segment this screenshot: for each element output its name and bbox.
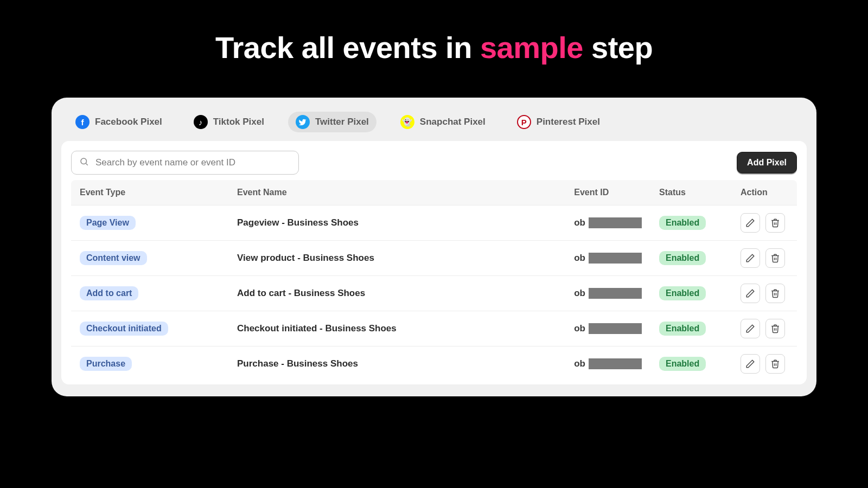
row-actions [741,319,788,338]
row-actions [741,354,788,374]
search-box[interactable] [71,151,299,175]
events-table: Event Type Event Name Event ID Status Ac… [71,180,797,381]
pencil-icon [745,253,755,263]
headline-accent: sample [480,30,583,65]
delete-button[interactable] [765,213,785,233]
trash-icon [770,218,780,228]
col-header-name: Event Name [228,180,565,206]
tiktok-icon: ♪ [194,115,208,129]
facebook-icon: f [75,115,90,129]
event-type-chip: Checkout initiated [80,322,168,336]
snapchat-icon: 👻 [400,115,414,129]
trash-icon [770,253,780,263]
event-id-mask [589,253,642,264]
delete-button[interactable] [765,319,785,338]
trash-icon [770,359,780,369]
event-type-chip: Add to cart [80,286,138,300]
event-id-cell: ob [574,358,642,369]
add-pixel-button[interactable]: Add Pixel [737,152,797,174]
table-row: Content viewView product - Business Shoe… [71,241,797,276]
status-badge: Enabled [659,251,706,265]
event-name-cell: Checkout initiated - Business Shoes [228,311,565,346]
table-row: Checkout initiatedCheckout initiated - B… [71,311,797,346]
edit-button[interactable] [741,354,760,374]
edit-button[interactable] [741,248,760,268]
table-row: Add to cartAdd to cart - Business Shoeso… [71,276,797,311]
search-icon [79,157,89,169]
col-header-status: Status [650,180,732,206]
event-id-prefix: ob [574,358,585,369]
twitter-icon [296,115,310,129]
event-id-mask [589,358,642,369]
col-header-action: Action [732,180,797,206]
trash-icon [770,288,780,298]
delete-button[interactable] [765,354,785,374]
tab-snapchat-pixel[interactable]: 👻 Snapchat Pixel [393,112,493,132]
pencil-icon [745,324,755,333]
edit-button[interactable] [741,213,760,233]
col-header-type: Event Type [71,180,228,206]
pixel-tabs: f Facebook Pixel ♪ Tiktok Pixel Twitter … [61,108,807,141]
event-name-cell: Purchase - Business Shoes [228,346,565,382]
status-badge: Enabled [659,322,706,336]
headline-post: step [583,30,653,65]
tab-tiktok-pixel[interactable]: ♪ Tiktok Pixel [186,112,272,132]
svg-line-1 [86,163,87,165]
row-actions [741,284,788,303]
event-id-cell: ob [574,217,642,228]
tab-pinterest-pixel[interactable]: P Pinterest Pixel [509,112,608,132]
table-row: Page ViewPageview - Business ShoesobEnab… [71,206,797,241]
event-name-cell: Add to cart - Business Shoes [228,276,565,311]
edit-button[interactable] [741,284,760,303]
events-card: Add Pixel Event Type Event Name Event ID… [61,141,807,384]
delete-button[interactable] [765,248,785,268]
event-id-mask [589,323,642,334]
tab-facebook-pixel[interactable]: f Facebook Pixel [68,112,170,132]
pinterest-icon: P [517,115,531,129]
event-type-chip: Content view [80,251,147,265]
card-topbar: Add Pixel [71,151,797,175]
status-badge: Enabled [659,357,706,371]
row-actions [741,248,788,268]
event-id-prefix: ob [574,323,585,334]
pencil-icon [745,218,755,228]
event-id-mask [589,217,642,228]
event-id-cell: ob [574,323,642,334]
event-name-cell: Pageview - Business Shoes [228,206,565,241]
delete-button[interactable] [765,284,785,303]
tab-twitter-pixel[interactable]: Twitter Pixel [288,112,376,132]
status-badge: Enabled [659,286,706,300]
page-headline: Track all events in sample step [0,0,868,65]
tab-label: Pinterest Pixel [537,117,600,127]
pencil-icon [745,288,755,298]
col-header-id: Event ID [565,180,650,206]
event-id-prefix: ob [574,288,585,299]
status-badge: Enabled [659,216,706,230]
event-id-cell: ob [574,288,642,299]
event-id-cell: ob [574,253,642,264]
app-panel: f Facebook Pixel ♪ Tiktok Pixel Twitter … [52,98,816,396]
event-name-cell: View product - Business Shoes [228,241,565,276]
pencil-icon [745,359,755,369]
event-id-prefix: ob [574,253,585,264]
event-type-chip: Page View [80,216,136,230]
svg-point-0 [81,158,87,164]
tab-label: Facebook Pixel [95,117,162,127]
tab-label: Twitter Pixel [315,117,369,127]
event-type-chip: Purchase [80,357,132,371]
table-row: PurchasePurchase - Business ShoesobEnabl… [71,346,797,382]
trash-icon [770,324,780,333]
event-id-prefix: ob [574,217,585,228]
row-actions [741,213,788,233]
event-id-mask [589,288,642,299]
edit-button[interactable] [741,319,760,338]
search-input[interactable] [95,157,291,168]
tab-label: Snapchat Pixel [420,117,486,127]
headline-pre: Track all events in [215,30,480,65]
tab-label: Tiktok Pixel [213,117,264,127]
